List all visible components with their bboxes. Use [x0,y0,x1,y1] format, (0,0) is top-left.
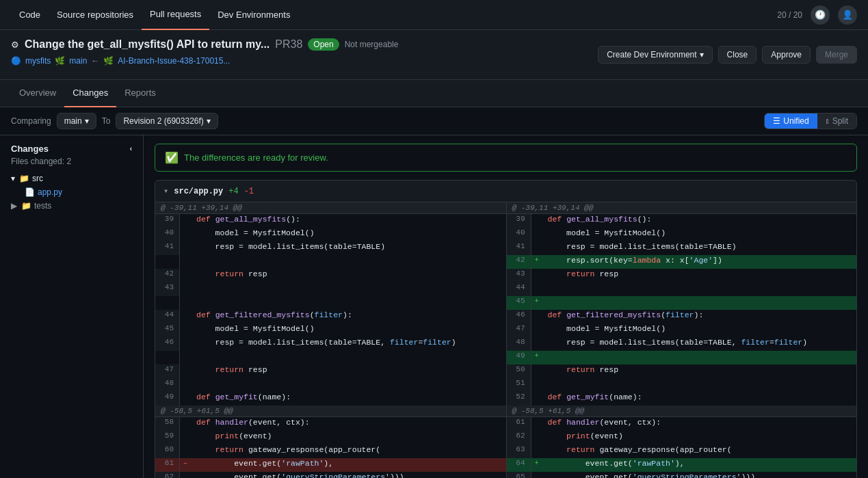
diff-row-49-added: 49 + [155,351,856,364]
diff-row-45-47: 45 model = MysfitModel() 47 model = Mysf… [155,323,856,337]
top-nav: Code Source repositories Pull requests D… [0,0,868,30]
diff-row-46-48: 46 resp = model.list_items(table=TABLE, … [155,337,856,351]
create-dev-button[interactable]: Create Dev Environment ▾ [598,46,712,64]
unified-icon: ☰ [773,116,780,126]
tab-reports[interactable]: Reports [116,80,164,107]
dropdown-icon: ▾ [700,50,704,59]
folder-icon: 📁 [19,174,29,183]
pr-not-mergeable[interactable]: Not mergeable [345,40,399,49]
nav-counter: 20 / 20 [777,10,802,20]
file-diff-header: ▾ src/app.py +4 -1 [155,180,857,202]
nav-item-pull-requests[interactable]: Pull requests [142,0,209,30]
branch-feature[interactable]: AI-Branch-Issue-438-170015... [118,56,230,66]
diff-row-42-43: 42 return resp 43 return resp [155,269,856,282]
sidebar-folder-src[interactable]: ▾ 📁 src [5,172,137,185]
sidebar-folder-tests[interactable]: ▶ 📁 tests [5,199,137,213]
diff-row-41: 41 resp = model.list_items(table=TABLE) … [155,241,856,255]
files-changed-count: Files changed: 2 [5,157,137,172]
to-label: To [102,116,111,126]
pr-header: ⚙ Change the get_all_mysfits() API to re… [0,30,868,80]
branch-to[interactable]: main [69,56,87,66]
diff-row-44-46: 44 def get_filtered_mysfits(filter): 46 … [155,310,856,323]
nav-icon-clock[interactable]: 🕐 [811,5,830,25]
approve-button[interactable]: Approve [762,46,811,64]
pr-icon: ⚙ [11,40,19,50]
diff-row-61-64: 61 – event.get('rawPath'), 64 + event.ge… [155,458,856,472]
hunk-header-2: @ -58,5 +61,5 @@ @ -58,5 +61,5 @@ [155,406,856,417]
nav-item-source[interactable]: Source repositories [49,0,142,30]
pr-status-badge: Open [308,38,339,51]
diff-file-path: src/app.py [174,187,223,196]
file-name: app.py [38,187,62,197]
sidebar: Changes ‹ Files changed: 2 ▾ 📁 src 📄 app… [0,135,144,478]
main-content: Changes ‹ Files changed: 2 ▾ 📁 src 📄 app… [0,135,868,478]
split-icon: ⫾ [826,116,830,126]
branch-from[interactable]: mysfits [25,56,51,66]
sidebar-title: Changes [11,144,49,154]
diff-row-47-50: 47 return resp 50 return resp [155,364,856,378]
sidebar-file-app[interactable]: 📄 app.py [5,185,137,199]
file-icon: 📄 [25,187,35,197]
nav-icon-user[interactable]: 👤 [838,5,857,25]
folder-collapse-icon[interactable]: ▾ [11,174,15,183]
view-split-button[interactable]: ⫾ Split [817,114,856,129]
branch-icon: 🌿 [55,56,65,66]
dropdown-icon: ▾ [85,116,89,126]
comparing-label: Comparing [11,116,51,126]
revision-select[interactable]: Revision 2 (6903326f) ▾ [116,113,218,129]
file-collapse-icon[interactable]: ▾ [163,186,168,196]
diff-table: @ -39,11 +39,14 @@ @ -39,11 +39,14 @@ 39… [155,202,857,478]
diff-row-62-65: 62 event.get('queryStringParameters'))) … [155,472,856,478]
diff-additions: +4 [228,187,238,196]
diff-row-59-62: 59 print(event) 62 print(event) [155,431,856,444]
check-icon: ✅ [165,151,179,164]
sidebar-collapse-icon[interactable]: ‹ [130,145,132,152]
folder-name: tests [34,201,51,211]
tab-changes[interactable]: Changes [64,80,116,107]
compare-bar: Comparing main ▾ To Revision 2 (6903326f… [0,107,868,135]
hunk-header-1: @ -39,11 +39,14 @@ @ -39,11 +39,14 @@ [155,202,856,214]
view-toggle: ☰ Unified ⫾ Split [764,113,857,129]
pr-number: PR38 [275,38,302,51]
diff-row-43-44: 43 44 [155,282,856,296]
nav-item-code[interactable]: Code [11,0,49,30]
diff-row-45-added: 45 + [155,296,856,310]
view-unified-button[interactable]: ☰ Unified [765,114,817,129]
diff-area: ✅ The differences are ready for review. … [144,135,868,478]
folder-name: src [32,174,43,183]
diff-row-42-added: 42 + resp.sort(key=lambda x: x['Age']) [155,255,856,269]
nav-item-dev-envs[interactable]: Dev Environments [209,0,298,30]
diff-row-49-52: 49 def get_myfit(name): 52 def get_myfit… [155,392,856,406]
diff-row-60-63: 60 return gateway_response(app_router( 6… [155,444,856,458]
diff-deletions: -1 [244,187,254,196]
pr-title: Change the get_all_mysfits() API to retu… [25,38,269,51]
tab-overview[interactable]: Overview [11,80,64,107]
branch-icon: 🔵 [11,56,21,66]
dropdown-icon: ▾ [207,116,211,126]
success-banner: ✅ The differences are ready for review. [155,144,857,172]
diff-row-40: 40 model = MysfitModel() 40 model = Mysf… [155,228,856,241]
diff-row-39: 39 def get_all_mysfits(): 39 def get_all… [155,214,856,228]
diff-row-58-61: 58 def handler(event, ctx): 61 def handl… [155,417,856,431]
folder-icon: 📁 [21,201,31,211]
banner-message: The differences are ready for review. [184,152,328,163]
folder-collapse-icon[interactable]: ▶ [11,201,17,211]
arrow-icon: ← [91,56,99,66]
branch-feature-icon: 🌿 [103,56,114,66]
diff-row-48-51: 48 51 [155,378,856,392]
sub-tabs: Overview Changes Reports [0,80,868,107]
merge-button: Merge [816,46,857,64]
branch-from-select[interactable]: main ▾ [57,113,96,129]
close-button[interactable]: Close [718,46,757,64]
